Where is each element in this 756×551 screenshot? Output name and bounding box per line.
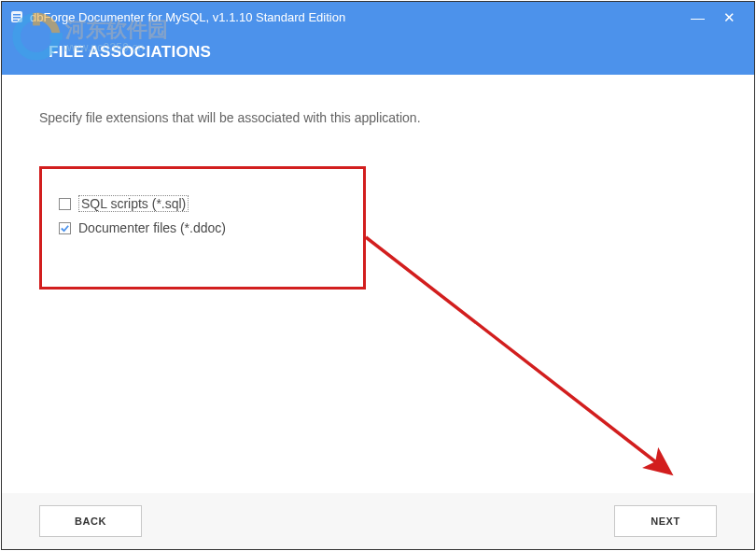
minimize-button[interactable]: — [691, 10, 705, 24]
watermark-url: www.pc0359.cn [63, 41, 168, 54]
watermark: 河东软件园 www.pc0359.cn [9, 9, 168, 64]
option-sql-scripts[interactable]: SQL scripts (*.sql) [59, 195, 346, 212]
checkbox-sql[interactable] [59, 198, 71, 210]
next-button[interactable]: NEXT [614, 505, 717, 537]
watermark-logo-icon [9, 9, 63, 64]
content-area: Specify file extensions that will be ass… [2, 75, 754, 290]
footer: BACK NEXT [2, 493, 754, 549]
svg-rect-1 [50, 33, 63, 40]
option-documenter-files[interactable]: Documenter files (*.ddoc) [59, 220, 346, 235]
description-text: Specify file extensions that will be ass… [39, 110, 717, 125]
watermark-text: 河东软件园 [65, 19, 168, 41]
svg-rect-0 [33, 13, 40, 26]
close-button[interactable]: ✕ [723, 10, 735, 24]
annotation-highlight-box: SQL scripts (*.sql) Documenter files (*.… [39, 166, 366, 290]
checkbox-ddoc[interactable] [59, 222, 71, 234]
option-ddoc-label: Documenter files (*.ddoc) [78, 220, 226, 235]
back-button[interactable]: BACK [39, 505, 142, 537]
option-sql-label: SQL scripts (*.sql) [78, 195, 189, 212]
